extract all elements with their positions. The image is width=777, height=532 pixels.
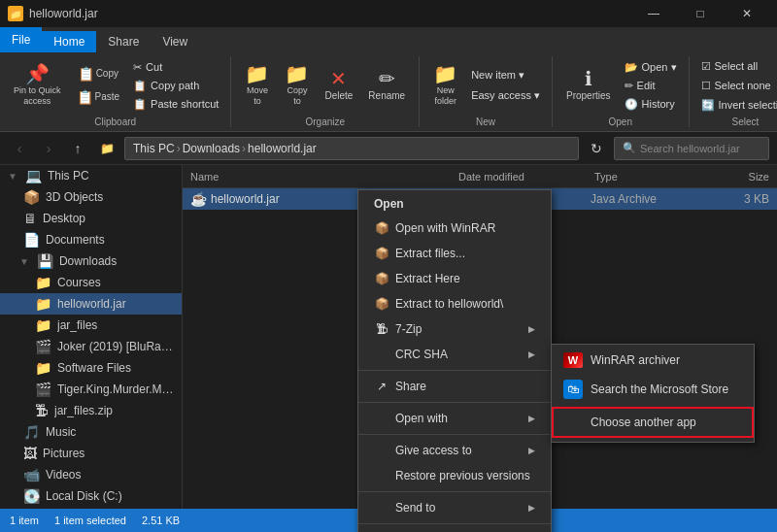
3dobjects-icon: 📦 bbox=[23, 189, 40, 205]
cm-sep-1 bbox=[358, 370, 551, 371]
sidebar-item-music[interactable]: 🎵 Music bbox=[0, 421, 182, 443]
select-none-button[interactable]: ☐ Select none bbox=[697, 78, 777, 94]
thispc-icon: 💻 bbox=[25, 168, 42, 183]
copy-button[interactable]: 📋 Copy bbox=[71, 63, 126, 84]
clipboard-items: 📌 Pin to Quickaccess 📋 Copy 📋 Paste ✂ Cu… bbox=[8, 56, 222, 115]
invert-selection-button[interactable]: 🔄 Invert selection bbox=[697, 97, 777, 114]
sidebar-item-joker[interactable]: 🎬 Joker (2019) [BluRay] [10... bbox=[0, 336, 182, 357]
cm-restore-label: Restore previous versions bbox=[395, 469, 530, 482]
new-folder-button[interactable]: 📁 Newfolder bbox=[427, 60, 463, 111]
cm-extract-here[interactable]: 📦 Extract Here bbox=[358, 266, 551, 291]
cm-share-label: Share bbox=[395, 380, 426, 393]
cm-share[interactable]: ↗ Share bbox=[358, 374, 551, 399]
path-downloads: Downloads bbox=[183, 142, 240, 155]
sidebar-item-courses[interactable]: 📁 Courses bbox=[0, 272, 182, 293]
downloads-icon: 💾 bbox=[37, 253, 53, 269]
open-label: Open bbox=[560, 115, 681, 127]
maximize-button[interactable]: □ bbox=[678, 0, 723, 27]
submenu-store[interactable]: 🛍 Search the Microsoft Store bbox=[552, 374, 754, 405]
cm-extract-files-label: Extract files... bbox=[395, 247, 465, 260]
properties-button[interactable]: ℹ Properties bbox=[560, 65, 617, 106]
rename-button[interactable]: ✏ Rename bbox=[362, 65, 411, 106]
copy-path-label: Copy path bbox=[151, 80, 199, 91]
submenu-choose-app[interactable]: Choose another app bbox=[552, 407, 754, 438]
ribbon-group-select: ☑ Select all ☐ Select none 🔄 Invert sele… bbox=[690, 56, 777, 127]
sidebar-item-3dobjects[interactable]: 📦 3D Objects bbox=[0, 186, 182, 208]
sidebar-thispc-label: This PC bbox=[48, 169, 89, 183]
delete-button[interactable]: ✕ Delete bbox=[319, 65, 358, 106]
history-label: History bbox=[642, 98, 675, 110]
rename-icon: ✏ bbox=[379, 69, 395, 88]
cm-sep-5 bbox=[358, 523, 551, 524]
address-bar: ‹ › ↑ 📁 This PC › Downloads › helloworld… bbox=[0, 132, 777, 165]
sidebar-item-desktop[interactable]: 🖥 Desktop bbox=[0, 208, 182, 229]
back-button[interactable]: ‹ bbox=[8, 137, 31, 160]
search-icon: 🔍 bbox=[623, 142, 636, 154]
copy-to-icon: 📁 bbox=[285, 64, 309, 83]
tab-home[interactable]: Home bbox=[42, 31, 96, 52]
copy-to-button[interactable]: 📁 Copyto bbox=[279, 60, 315, 111]
col-date[interactable]: Date modified bbox=[458, 171, 594, 183]
sidebar-item-jarfiles[interactable]: 📁 jar_files bbox=[0, 315, 182, 336]
sidebar-item-documents[interactable]: 📄 Documents bbox=[0, 229, 182, 250]
submenu-winrar[interactable]: W WinRAR archiver bbox=[552, 347, 754, 374]
open-icon: 📂 bbox=[625, 61, 638, 74]
search-box[interactable]: 🔍 Search helloworld.jar bbox=[614, 137, 769, 160]
sidebar-item-downloads[interactable]: ▼ 💾 Downloads bbox=[0, 250, 182, 272]
sidebar-item-helloworldjar[interactable]: 📁 helloworld.jar bbox=[0, 293, 182, 315]
cm-cut[interactable]: Cut bbox=[358, 527, 551, 532]
cm-extract-to[interactable]: 📦 Extract to helloworld\ bbox=[358, 291, 551, 316]
select-none-icon: ☐ bbox=[701, 80, 711, 92]
close-button[interactable]: ✕ bbox=[725, 0, 769, 27]
cut-button[interactable]: ✂ Cut bbox=[129, 59, 222, 76]
open-ribbon-button[interactable]: 📂 Open ▾ bbox=[621, 59, 681, 76]
easy-access-button[interactable]: Easy access ▾ bbox=[467, 87, 544, 104]
copy-path-button[interactable]: 📋 Copy path bbox=[129, 78, 222, 94]
title-bar-left: 📁 helloworld.jar bbox=[8, 6, 98, 21]
address-path[interactable]: This PC › Downloads › helloworld.jar bbox=[124, 137, 579, 160]
easy-access-label: Easy access ▾ bbox=[471, 89, 540, 102]
file-list-header: Name Date modified Type Size bbox=[183, 165, 777, 188]
cm-restore[interactable]: Restore previous versions bbox=[358, 463, 551, 488]
up-button[interactable]: ↑ bbox=[66, 137, 89, 160]
sidebar-item-jarfileszip[interactable]: 🗜 jar_files.zip bbox=[0, 400, 182, 421]
paste-button[interactable]: 📋 Paste bbox=[71, 86, 126, 108]
cm-give-access[interactable]: Give access to bbox=[358, 438, 551, 463]
tab-view[interactable]: View bbox=[151, 31, 199, 52]
sidebar-item-videos[interactable]: 📹 Videos bbox=[0, 464, 182, 485]
sidebar-item-pictures[interactable]: 🖼 Pictures bbox=[0, 443, 182, 464]
paste-shortcut-button[interactable]: 📋 Paste shortcut bbox=[129, 96, 222, 113]
history-button[interactable]: 🕐 History bbox=[621, 96, 681, 113]
forward-button[interactable]: › bbox=[37, 137, 60, 160]
cm-send-to[interactable]: Send to bbox=[358, 495, 551, 520]
cm-crcsha[interactable]: CRC SHA bbox=[358, 342, 551, 367]
pin-quick-access-button[interactable]: 📌 Pin to Quickaccess bbox=[8, 60, 67, 111]
col-type[interactable]: Type bbox=[594, 171, 711, 183]
select-all-button[interactable]: ☑ Select all bbox=[697, 58, 777, 75]
cm-open-with[interactable]: Open with bbox=[358, 406, 551, 431]
jar-file-icon: ☕ bbox=[190, 191, 207, 207]
new-item-button[interactable]: New item ▾ bbox=[467, 67, 544, 83]
paste-label: Paste bbox=[95, 91, 120, 103]
col-size[interactable]: Size bbox=[711, 171, 769, 183]
sidebar-item-softwarefiles[interactable]: 📁 Software Files bbox=[0, 357, 182, 379]
minimize-button[interactable]: — bbox=[631, 0, 676, 27]
cm-sep-2 bbox=[358, 402, 551, 403]
sidebar-item-tiger[interactable]: 🎬 Tiger.King.Murder.Mayhe... bbox=[0, 379, 182, 400]
edit-button[interactable]: ✏ Edit bbox=[621, 78, 681, 94]
share-icon: ↗ bbox=[374, 379, 389, 394]
cm-extract-files[interactable]: 📦 Extract files... bbox=[358, 241, 551, 266]
tab-file[interactable]: File bbox=[0, 27, 42, 52]
paste-shortcut-icon: 📋 bbox=[133, 98, 147, 111]
title-bar-title: helloworld.jar bbox=[29, 7, 98, 20]
col-name[interactable]: Name bbox=[190, 171, 458, 183]
sidebar-item-thispc[interactable]: ▼ 💻 This PC bbox=[0, 165, 182, 186]
move-to-button[interactable]: 📁 Moveto bbox=[239, 60, 275, 111]
cm-open-winrar[interactable]: 📦 Open with WinRAR bbox=[358, 216, 551, 241]
refresh-button[interactable]: ↻ bbox=[585, 137, 608, 160]
sidebar-item-localc[interactable]: 💽 Local Disk (C:) bbox=[0, 485, 182, 507]
tiger-icon: 🎬 bbox=[35, 382, 51, 397]
folder-breadcrumb-icon: 📁 bbox=[95, 137, 118, 160]
cm-7zip[interactable]: 🗜 7-Zip bbox=[358, 316, 551, 342]
tab-share[interactable]: Share bbox=[96, 31, 151, 52]
